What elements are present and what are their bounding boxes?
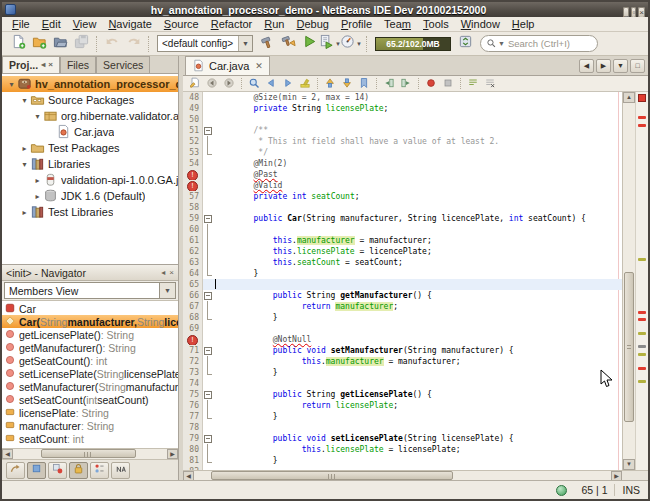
error-stripe-mark[interactable] [638, 353, 646, 356]
menu-profile[interactable]: Profile [335, 18, 378, 30]
code-line-63[interactable]: 63 this.seatCount = seatCount; [183, 257, 622, 268]
code-line-82[interactable]: 82 [183, 466, 622, 470]
back-button[interactable] [204, 77, 220, 91]
member-item[interactable]: seatCount : int [2, 432, 178, 445]
member-item[interactable]: setSeatCount(int seatCount) [2, 393, 178, 406]
error-stripe-mark[interactable] [638, 116, 646, 119]
code-line-52[interactable]: 52 * This int field shall have a value o… [183, 136, 622, 147]
scroll-left-icon[interactable]: ◀ [183, 471, 194, 481]
scroll-left-icon[interactable]: ◀ [2, 449, 13, 459]
sort-by-source-button[interactable] [90, 462, 109, 479]
tree-item-test-libraries[interactable]: ▸ Test Libraries [2, 204, 178, 220]
window-restore-button[interactable]: ▫ [631, 7, 636, 18]
code-line[interactable]: @Valid [183, 180, 622, 191]
expander-icon[interactable]: ▸ [32, 176, 43, 185]
code-line-67[interactable]: 67 return manufacturer; [183, 301, 622, 312]
left-tab-files[interactable]: Files [60, 56, 96, 73]
error-stripe-mark[interactable] [638, 380, 646, 383]
menu-run[interactable]: Run [258, 18, 290, 30]
fold-start[interactable] [203, 213, 213, 224]
sort-alpha-button[interactable] [111, 462, 130, 479]
navigator-close-icon[interactable]: × [169, 269, 174, 277]
code-line-64[interactable]: 64 } [183, 268, 622, 279]
next-bookmark-button[interactable] [339, 77, 355, 91]
fold-start[interactable] [203, 125, 213, 136]
code-line-72[interactable]: 72 this.manufacturer = manufacturer; [183, 356, 622, 367]
debug-project-button[interactable]: ▼ [320, 34, 340, 54]
scroll-up-icon[interactable]: ▲ [623, 92, 635, 103]
comment-button[interactable] [465, 77, 481, 91]
uncomment-button[interactable] [482, 77, 498, 91]
code-line-65[interactable]: 65 [183, 279, 622, 290]
member-item[interactable]: getSeatCount() : int [2, 354, 178, 367]
tree-item-car-java[interactable]: Car.java [2, 124, 178, 140]
panel-close-icon[interactable]: × [48, 61, 53, 69]
code-line-58[interactable]: 58 [183, 202, 622, 213]
tree-item-jdk-1-6--default-[interactable]: ▸ JDK 1.6 (Default) [2, 188, 178, 204]
tree-item-org-hibernate-validator-ap-demo[interactable]: ▾ org.hibernate.validator.ap.demo [2, 108, 178, 124]
navigator-view-select[interactable]: Members View [4, 282, 160, 299]
document-list-button[interactable]: ▼ [613, 59, 628, 73]
fold-start[interactable] [203, 290, 213, 301]
code-line-78[interactable]: 78 [183, 422, 622, 433]
tab-car-java[interactable]: Car.java ✕ [185, 56, 270, 75]
tree-item-test-packages[interactable]: ▸ Test Packages [2, 140, 178, 156]
member-item[interactable]: getManufacturer() : String [2, 341, 178, 354]
find-next-button[interactable] [280, 77, 296, 91]
expander-icon[interactable]: ▾ [19, 160, 30, 169]
navigator-minimize-icon[interactable]: ◂ [161, 269, 165, 277]
code-view[interactable]: 48 @Size(min = 2, max = 14)49 private St… [183, 92, 622, 470]
code-line-53[interactable]: 53 */ [183, 147, 622, 158]
find-previous-button[interactable] [263, 77, 279, 91]
member-item[interactable]: setLicensePlate(String licensePlate) [2, 367, 178, 380]
code-line-66[interactable]: 66 public String getManufacturer() { [183, 290, 622, 301]
profile-project-button[interactable]: ▼ [341, 34, 361, 54]
code-line-59[interactable]: 59 public Car(String manufacturer, Strin… [183, 213, 622, 224]
code-line-81[interactable]: 81 } [183, 455, 622, 466]
code-line-48[interactable]: 48 @Size(min = 2, max = 14) [183, 92, 622, 103]
show-fields-button[interactable] [27, 462, 46, 479]
search-icon[interactable] [486, 35, 497, 53]
forward-button[interactable] [221, 77, 237, 91]
new-file-button[interactable] [8, 34, 28, 54]
garbage-collect-button[interactable] [455, 34, 475, 54]
menu-help[interactable]: Help [506, 18, 541, 30]
left-tab-proj[interactable]: Proj...◂× [2, 56, 60, 73]
start-macro-button[interactable] [423, 77, 439, 91]
show-non-public-button[interactable] [69, 462, 88, 479]
code-line-69[interactable]: 69 [183, 323, 622, 334]
stop-macro-button[interactable] [440, 77, 456, 91]
redo-button[interactable] [123, 34, 143, 54]
menu-refactor[interactable]: Refactor [205, 18, 259, 30]
previous-bookmark-button[interactable] [322, 77, 338, 91]
code-line-50[interactable]: 50 [183, 114, 622, 125]
menu-navigate[interactable]: Navigate [102, 18, 157, 30]
code-line-62[interactable]: 62 this.licensePlate = licencePlate; [183, 246, 622, 257]
code-line-77[interactable]: 77 } [183, 411, 622, 422]
config-selector[interactable]: <default config>▼ [157, 35, 253, 52]
code-line-51[interactable]: 51 /** [183, 125, 622, 136]
error-stripe[interactable] [635, 92, 648, 470]
fold-start[interactable] [203, 345, 213, 356]
chevron-down-icon[interactable]: ▼ [498, 40, 505, 47]
scroll-tabs-right-button[interactable]: ▶ [596, 59, 611, 73]
show-static-button[interactable] [48, 462, 67, 479]
member-item[interactable]: Car [2, 302, 178, 315]
code-line-61[interactable]: 61 this.manufacturer = manufacturer; [183, 235, 622, 246]
error-stripe-mark[interactable] [638, 332, 646, 335]
tab-close-icon[interactable]: ✕ [255, 61, 263, 71]
scroll-down-icon[interactable]: ▼ [623, 459, 635, 470]
scroll-right-icon[interactable]: ▶ [611, 471, 622, 481]
tree-item-validation-api-1-0-0-ga-jar[interactable]: ▸ validation-api-1.0.0.GA.jar [2, 172, 178, 188]
code-line[interactable]: @NotNull [183, 334, 622, 345]
code-line-71[interactable]: 71 public void setManufacturer(String ma… [183, 345, 622, 356]
window-minimize-button[interactable]: _ [623, 7, 629, 18]
expander-icon[interactable]: ▸ [32, 192, 43, 201]
find-selection-button[interactable] [246, 77, 262, 91]
build-project-button[interactable] [257, 34, 277, 54]
code-line-79[interactable]: 79 public void setLicensePlate(String li… [183, 433, 622, 444]
code-line-54[interactable]: 54 @Min(2) [183, 158, 622, 169]
expander-icon[interactable]: ▾ [32, 112, 43, 121]
expander-icon[interactable]: ▾ [19, 96, 30, 105]
editor-horizontal-scrollbar[interactable]: ◀ ▶ [183, 470, 648, 480]
